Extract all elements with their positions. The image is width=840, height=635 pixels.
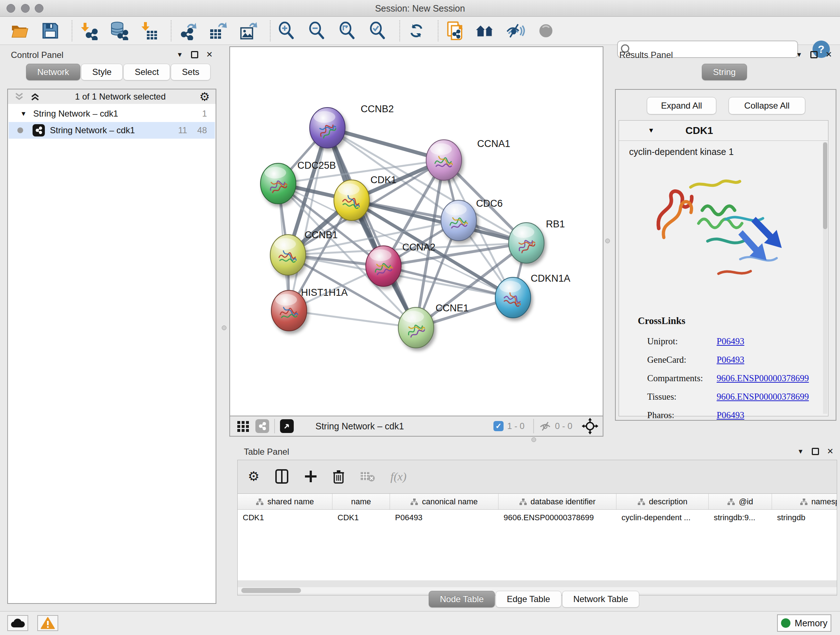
expand-all-button[interactable]: Expand All <box>647 97 716 114</box>
results-scrollbar[interactable] <box>823 142 827 414</box>
control-tab-select[interactable]: Select <box>123 64 170 80</box>
network-edge[interactable] <box>289 310 416 328</box>
create-column-icon[interactable] <box>304 470 317 483</box>
table-row[interactable]: CDK1CDK1P064939606.ENSP00000378699cyclin… <box>238 510 837 526</box>
column-header-canonical-name[interactable]: canonical name <box>390 494 499 509</box>
birds-eye-view-icon[interactable] <box>582 418 598 434</box>
import-network-file-icon[interactable] <box>79 20 98 41</box>
close-panel-icon[interactable]: ✕ <box>827 448 834 455</box>
selected-checkbox-icon[interactable]: ✓ <box>493 421 504 431</box>
right-splitter-handle[interactable] <box>605 239 610 243</box>
column-header-description[interactable]: description <box>616 494 709 509</box>
network-options-gear-icon[interactable]: ⚙ <box>199 90 210 103</box>
column-header-shared-name[interactable]: shared name <box>238 494 332 509</box>
cloud-button[interactable] <box>7 615 28 631</box>
crosslink-link[interactable]: P06493 <box>717 410 744 420</box>
close-panel-icon[interactable]: ✕ <box>826 51 832 59</box>
tab-string[interactable]: String <box>702 64 747 80</box>
network-node-CCNE1[interactable] <box>398 307 434 348</box>
export-table-icon[interactable] <box>208 20 228 41</box>
crosslink-link[interactable]: 9606.ENSP00000378699 <box>717 392 809 402</box>
table-cell[interactable]: P06493 <box>390 510 499 526</box>
table-options-gear-icon[interactable]: ⚙ <box>248 469 259 484</box>
maximize-panel-icon[interactable] <box>810 51 818 58</box>
network-node-CCNB2[interactable] <box>309 108 345 148</box>
show-all-icon[interactable] <box>536 20 556 41</box>
first-neighbors-icon[interactable] <box>475 20 495 41</box>
column-header--id[interactable]: @id <box>709 494 772 509</box>
tab-edge-table[interactable]: Edge Table <box>496 591 561 608</box>
crosslink-link[interactable]: P06493 <box>717 336 744 347</box>
network-edge-count: 48 <box>197 125 207 135</box>
table-cell[interactable]: CDK1 <box>238 510 332 526</box>
crosslink-link[interactable]: P06493 <box>717 355 744 365</box>
float-panel-icon[interactable]: ▼ <box>797 448 804 455</box>
close-panel-icon[interactable]: ✕ <box>206 51 213 59</box>
network-row[interactable]: String Network – cdk1 11 48 <box>9 122 215 139</box>
network-node-RB1[interactable] <box>508 223 544 263</box>
network-node-CDK1[interactable] <box>334 180 369 220</box>
maximize-panel-icon[interactable] <box>191 51 198 58</box>
import-network-database-icon[interactable] <box>109 20 129 41</box>
network-node-CDC25B[interactable] <box>261 163 296 204</box>
zoom-selected-icon[interactable] <box>368 20 388 41</box>
clone-network-icon[interactable] <box>445 20 464 41</box>
zoom-out-icon[interactable] <box>308 20 327 41</box>
memory-button[interactable]: Memory <box>777 614 831 632</box>
export-network-icon[interactable] <box>178 20 197 41</box>
column-header-namespace[interactable]: namespace <box>772 494 837 509</box>
network-edge[interactable] <box>289 128 327 310</box>
hide-selected-icon[interactable] <box>506 20 525 41</box>
collection-name: String Network – cdk1 <box>33 109 202 119</box>
float-panel-icon[interactable]: ▼ <box>796 51 802 59</box>
table-cell[interactable]: cyclin-dependent ... <box>616 510 709 526</box>
tab-node-table[interactable]: Node Table <box>429 591 495 608</box>
column-header-name[interactable]: name <box>332 494 390 509</box>
tab-network-table[interactable]: Network Table <box>562 591 639 608</box>
network-canvas[interactable]: CCNB2CCNA1CDC25BCDK1CDC6RB1CCNB1CCNA2CDK… <box>230 47 603 416</box>
delete-table-icon[interactable] <box>360 470 375 483</box>
open-session-icon[interactable] <box>10 20 30 41</box>
warnings-button[interactable] <box>37 615 58 631</box>
node-label-CDKN1A: CDKN1A <box>531 273 570 284</box>
network-collection-row[interactable]: ▼ String Network – cdk1 1 <box>9 105 215 122</box>
import-table-file-icon[interactable] <box>140 20 159 41</box>
export-image-icon[interactable] <box>239 20 258 41</box>
network-node-CCNB1[interactable] <box>270 234 306 275</box>
zoom-fit-icon[interactable] <box>338 20 357 41</box>
delete-column-icon[interactable] <box>332 469 345 484</box>
refresh-view-icon[interactable] <box>407 20 426 41</box>
network-node-CCNA1[interactable] <box>426 140 462 180</box>
network-node-CDKN1A[interactable] <box>495 277 531 318</box>
function-builder-icon[interactable]: f(x) <box>390 470 406 483</box>
left-splitter-handle[interactable] <box>222 325 226 330</box>
table-cell[interactable]: CDK1 <box>332 510 390 526</box>
crosslink-link[interactable]: 9606.ENSP00000378699 <box>717 373 809 383</box>
control-tab-sets[interactable]: Sets <box>171 64 210 80</box>
bottom-splitter-handle[interactable] <box>531 437 536 442</box>
network-node-CDC6[interactable] <box>441 200 477 241</box>
detach-view-icon[interactable] <box>280 419 294 433</box>
gene-section-header[interactable]: ▼ CDK1 <box>619 120 828 141</box>
network-thumbnail-icon[interactable] <box>256 419 269 433</box>
collapse-all-button[interactable]: Collapse All <box>729 97 805 114</box>
save-session-icon[interactable] <box>41 20 60 41</box>
column-header-database-identifier[interactable]: database identifier <box>499 494 616 509</box>
grid-view-icon[interactable] <box>236 419 250 433</box>
table-cell[interactable]: stringdb <box>772 510 837 526</box>
section-disclosure-icon[interactable]: ▼ <box>648 127 654 134</box>
show-columns-icon[interactable] <box>275 469 289 484</box>
table-cell[interactable]: stringdb:9... <box>709 510 772 526</box>
table-cell[interactable]: 9606.ENSP00000378699 <box>499 510 616 526</box>
network-node-CCNA2[interactable] <box>366 246 401 287</box>
float-panel-icon[interactable]: ▼ <box>177 51 183 59</box>
control-tab-network[interactable]: Network <box>26 64 80 80</box>
collection-disclosure-icon[interactable]: ▼ <box>20 110 27 118</box>
expand-all-chevron-icon[interactable] <box>29 91 41 102</box>
control-tab-style[interactable]: Style <box>81 64 123 80</box>
maximize-panel-icon[interactable] <box>812 448 819 455</box>
hidden-eye-icon[interactable] <box>539 421 551 432</box>
collapse-all-chevron-icon[interactable] <box>13 91 25 102</box>
crosslink-label: GeneCard: <box>647 355 717 365</box>
zoom-in-icon[interactable] <box>277 20 297 41</box>
